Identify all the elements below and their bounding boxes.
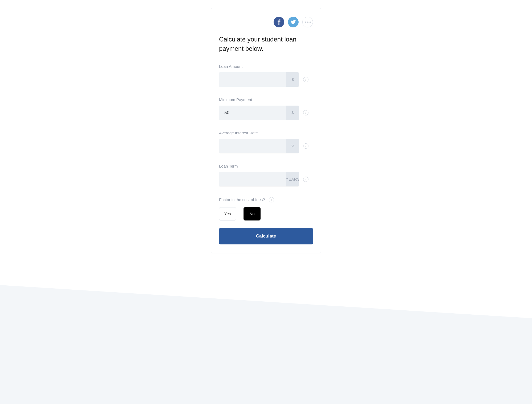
minimum-payment-info-icon[interactable]: i — [303, 110, 308, 115]
minimum-payment-label: Minimum Payment — [219, 97, 313, 102]
interest-rate-suffix: % — [286, 139, 299, 153]
loan-term-label: Loan Term — [219, 164, 313, 168]
interest-rate-label: Average Interest Rate — [219, 131, 313, 135]
loan-amount-suffix: $ — [286, 72, 299, 87]
fees-toggle-group: Yes No — [219, 207, 313, 220]
interest-rate-field: Average Interest Rate % i — [219, 131, 313, 153]
fees-info-icon[interactable]: i — [269, 197, 274, 202]
loan-term-suffix: YEARS — [286, 172, 299, 186]
loan-amount-input-group: $ — [219, 72, 299, 87]
minimum-payment-field: Minimum Payment $ i — [219, 97, 313, 120]
minimum-payment-input-group: $ — [219, 106, 299, 120]
minimum-payment-suffix: $ — [286, 106, 299, 120]
calculator-card: Calculate your student loan payment belo… — [211, 8, 321, 253]
loan-amount-info-icon[interactable]: i — [303, 77, 308, 82]
minimum-payment-input[interactable] — [219, 106, 286, 120]
twitter-icon — [291, 20, 296, 24]
loan-term-input-group: YEARS — [219, 172, 299, 186]
ellipsis-icon — [305, 22, 311, 23]
calculate-button[interactable]: Calculate — [219, 228, 313, 244]
loan-amount-label: Loan Amount — [219, 64, 313, 69]
more-share-button[interactable] — [302, 17, 313, 27]
loan-term-field: Loan Term YEARS i — [219, 164, 313, 186]
facebook-share-button[interactable] — [274, 17, 284, 27]
loan-term-input[interactable] — [219, 172, 286, 186]
background-angle — [0, 266, 532, 404]
interest-rate-input[interactable] — [219, 139, 286, 153]
loan-term-info-icon[interactable]: i — [303, 177, 308, 182]
social-share-row — [219, 17, 313, 27]
fees-no-button[interactable]: No — [244, 207, 261, 220]
loan-amount-field: Loan Amount $ i — [219, 64, 313, 87]
interest-rate-info-icon[interactable]: i — [303, 143, 308, 149]
page-title: Calculate your student loan payment belo… — [219, 35, 313, 53]
twitter-share-button[interactable] — [288, 17, 299, 27]
fees-field: Factor in the cost of fees? i Yes No — [219, 197, 313, 220]
facebook-icon — [278, 19, 281, 25]
fees-yes-button[interactable]: Yes — [219, 207, 236, 220]
interest-rate-input-group: % — [219, 139, 299, 153]
loan-amount-input[interactable] — [219, 72, 286, 87]
fees-label: Factor in the cost of fees? — [219, 197, 265, 202]
